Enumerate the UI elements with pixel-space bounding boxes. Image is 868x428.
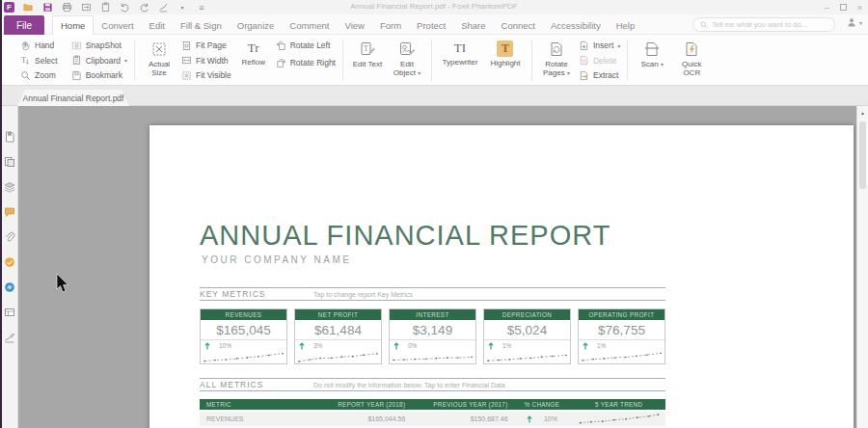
document-tab[interactable]: Annual Financial Report.pdf <box>17 90 129 106</box>
rotate-pages-icon <box>548 40 565 58</box>
snapshot-icon <box>71 40 82 51</box>
scrollbar-thumb[interactable] <box>859 121 866 189</box>
layers-icon[interactable] <box>4 181 15 193</box>
report-title: ANNUAL FINANCIAL REPORT <box>200 220 610 252</box>
fit-page-button[interactable]: Fit Page <box>181 39 231 52</box>
table-row[interactable]: REVENUES $165,044.56 $150,687.46 10% <box>200 412 665 426</box>
tab-comment[interactable]: Comment <box>282 15 337 35</box>
comments-panel-icon[interactable] <box>4 206 15 218</box>
tab-help[interactable]: Help <box>609 15 643 35</box>
rotate-right-button[interactable]: Rotate Right <box>276 56 336 69</box>
bookmark-button[interactable]: Bookmark <box>71 68 127 82</box>
snapshot-button[interactable]: SnapShot <box>71 39 127 52</box>
tab-organize[interactable]: Organize <box>230 15 283 35</box>
clipboard-button[interactable]: Clipboard▾ <box>71 54 127 67</box>
tab-form[interactable]: Form <box>372 15 409 35</box>
ribbon-tabs: Home Convert Edit Fill & Sign Organize C… <box>52 15 642 35</box>
account-menu[interactable]: ▾ <box>847 17 862 27</box>
search-box[interactable] <box>692 17 835 32</box>
tab-convert[interactable]: Convert <box>94 15 141 35</box>
ribbon-group-comment: TI Typewriter T Highlight <box>432 38 531 83</box>
card-title: INTEREST <box>390 309 475 320</box>
tab-home[interactable]: Home <box>52 15 94 35</box>
menubar: File Home Convert Edit Fill & Sign Organ… <box>2 14 868 35</box>
document-canvas[interactable]: ANNUAL FINANCIAL REPORT YOUR COMPANY NAM… <box>18 106 856 428</box>
edit-object-icon <box>398 40 416 58</box>
fields-panel-icon[interactable] <box>4 307 15 318</box>
fit-visible-icon <box>181 70 192 81</box>
highlight-button[interactable]: T Highlight <box>486 38 525 83</box>
row-change: 10% <box>544 415 557 422</box>
minimize-button[interactable]: – <box>825 3 829 13</box>
metric-card-operating-profit[interactable]: OPERATING PROFIT $76,755 1% <box>578 308 665 364</box>
typewriter-icon: TI <box>450 40 470 56</box>
metric-card-depreciation[interactable]: DEPRECIATION $5,024 1% <box>483 308 571 364</box>
bookmark-icon <box>71 70 82 81</box>
edit-object-button[interactable]: Edit Object ▾ <box>390 38 424 83</box>
actual-size-button[interactable]: Actual Size <box>142 38 176 83</box>
card-value: $61,484 <box>295 320 381 340</box>
tab-edit[interactable]: Edit <box>142 15 173 35</box>
insert-pages-button[interactable]: Insert▾ <box>579 39 620 52</box>
chevron-down-icon: ▾ <box>617 42 620 49</box>
ribbon-group-clipboard: SnapShot Clipboard▾ Bookmark <box>65 38 134 83</box>
typewriter-button[interactable]: TI Typewriter <box>439 38 481 83</box>
metric-cards: REVENUES $165,045 10% NET PROFIT $61,484… <box>200 308 665 364</box>
scan-icon <box>643 40 661 58</box>
scroll-up-button[interactable]: ▲ <box>857 106 868 119</box>
metric-card-net-profit[interactable]: NET PROFIT $61,484 3% <box>294 308 382 364</box>
select-icon: T <box>20 55 31 66</box>
card-value: $5,024 <box>484 320 570 340</box>
app-window: F ▾ <box>0 0 868 428</box>
attachments-panel-icon[interactable] <box>4 231 15 243</box>
edit-text-button[interactable]: T Edit Text <box>350 38 385 83</box>
chevron-down-icon: ▾ <box>859 19 862 26</box>
signatures-panel-icon[interactable] <box>4 332 15 343</box>
page-thumbnails-icon[interactable] <box>4 156 15 168</box>
col-previous-year: PREVIOUS YEAR (2017) <box>409 401 511 408</box>
select-tool-button[interactable]: T Select <box>20 54 58 67</box>
col-metric: METRIC <box>200 401 312 408</box>
quick-ocr-button[interactable]: Quick OCR <box>674 38 709 83</box>
rotate-pages-button[interactable]: Rotate Pages ▾ <box>539 38 574 83</box>
metric-card-interest[interactable]: INTEREST $3,149 0% <box>389 308 476 364</box>
bookmarks-panel-icon[interactable] <box>4 131 15 143</box>
rotate-left-button[interactable]: Rotate Left <box>276 39 336 52</box>
up-arrow-icon <box>583 342 588 350</box>
fit-visible-button[interactable]: Fit Visible <box>181 68 231 82</box>
tab-fill-sign[interactable]: Fill & Sign <box>173 15 230 35</box>
tab-protect[interactable]: Protect <box>409 15 453 35</box>
file-menu-button[interactable]: File <box>4 15 44 35</box>
fit-page-icon <box>181 40 192 51</box>
zoom-icon <box>20 70 31 81</box>
actual-size-icon <box>150 40 168 58</box>
zoom-tool-button[interactable]: Zoom <box>20 68 58 82</box>
all-metrics-label: ALL METRICS <box>200 380 313 389</box>
fit-width-button[interactable]: Fit Width <box>181 54 231 67</box>
card-change: 0% <box>408 342 417 349</box>
document-tab-label: Annual Financial Report.pdf <box>23 94 124 103</box>
scan-button[interactable]: Scan ▾ <box>635 38 669 83</box>
maximize-button[interactable] <box>840 4 847 11</box>
extract-pages-button[interactable]: Extract <box>579 68 620 82</box>
tab-connect[interactable]: Connect <box>494 15 543 35</box>
highlight-icon: T <box>497 40 513 57</box>
hand-tool-button[interactable]: Hand <box>20 39 58 52</box>
close-button[interactable]: × <box>857 3 862 13</box>
vertical-scrollbar[interactable]: ▲ <box>856 106 868 428</box>
search-input[interactable] <box>712 20 827 29</box>
extract-icon <box>579 70 589 81</box>
reflow-button[interactable]: Tr Reflow <box>236 38 271 83</box>
tab-share[interactable]: Share <box>453 15 493 35</box>
tab-accessibility[interactable]: Accessibility <box>543 15 609 35</box>
shared-review-icon[interactable] <box>4 281 15 293</box>
svg-text:T: T <box>364 44 368 53</box>
sparkline-chart <box>201 350 286 363</box>
tab-view[interactable]: View <box>338 15 372 35</box>
card-title: OPERATING PROFIT <box>579 309 665 320</box>
ribbon-group-convert: Scan ▾ Quick OCR <box>628 38 716 83</box>
up-arrow-icon <box>204 342 210 350</box>
ribbon-group-tools: Hand T Select Zoom <box>14 38 65 83</box>
metric-card-revenues[interactable]: REVENUES $165,045 10% <box>200 308 287 364</box>
connected-pdf-icon[interactable] <box>4 256 15 268</box>
